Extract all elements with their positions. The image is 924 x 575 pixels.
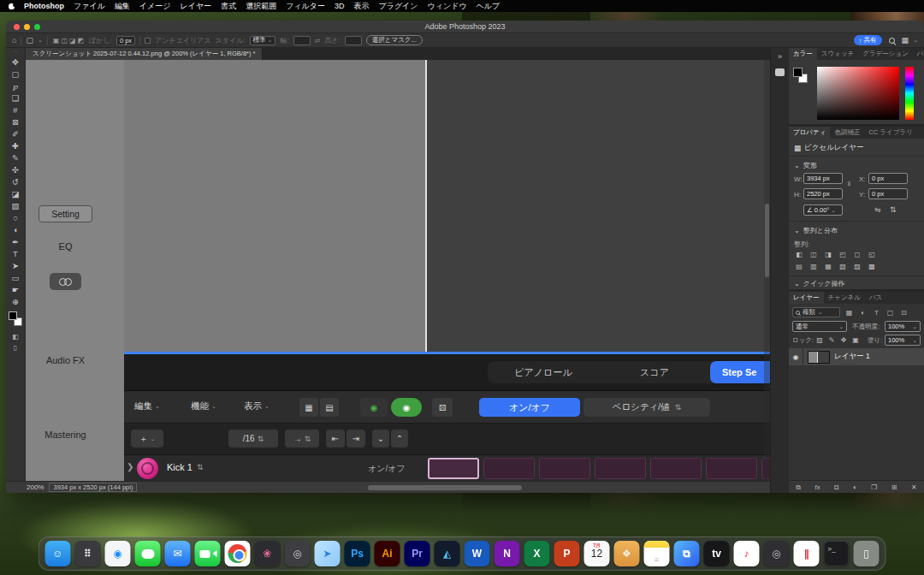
- step-cell-4[interactable]: [595, 458, 646, 479]
- dock-item-parallels[interactable]: ∥: [794, 541, 820, 566]
- zoom-window-button[interactable]: [34, 24, 40, 30]
- lock-transparency-icon[interactable]: ▨: [814, 335, 825, 345]
- layer-row[interactable]: ◉ レイヤー 1: [789, 348, 924, 365]
- flip-horizontal-icon[interactable]: ⇋: [874, 205, 881, 214]
- comments-panel-icon[interactable]: [775, 68, 785, 76]
- filter-adjustment-icon[interactable]: ◐: [857, 307, 868, 317]
- antialias-checkbox[interactable]: [145, 38, 151, 44]
- menu-item-ウィンドウ[interactable]: ウィンドウ: [428, 1, 467, 12]
- saturation-brightness-field[interactable]: [817, 67, 899, 120]
- foreground-color-swatch[interactable]: [9, 311, 17, 320]
- tab-カラー[interactable]: カラー: [789, 48, 817, 60]
- lasso-tool[interactable]: ℘: [6, 80, 25, 92]
- menu-item-レイヤー[interactable]: レイヤー: [180, 1, 211, 12]
- dock-item-word[interactable]: W: [465, 541, 490, 566]
- menu-item-プラグイン[interactable]: プラグイン: [378, 1, 418, 12]
- align-right-icon[interactable]: ◨: [822, 249, 834, 259]
- share-button[interactable]: ↑ 共有: [854, 35, 882, 45]
- new-selection-icon[interactable]: ▣: [53, 37, 60, 44]
- swap-dimensions-icon[interactable]: ⇄: [315, 37, 321, 44]
- tab-プロパティ[interactable]: プロパティ: [789, 127, 830, 139]
- menu-item-書式[interactable]: 書式: [221, 1, 236, 12]
- healing-brush-tool[interactable]: ✚: [6, 139, 25, 151]
- object-selection-tool[interactable]: ❏: [6, 92, 25, 104]
- link-layers-icon[interactable]: ⧉: [796, 481, 801, 494]
- dock-item-chrome[interactable]: [225, 541, 251, 566]
- dock-item-shortcuts[interactable]: ⧉: [674, 541, 700, 566]
- dock-item-onenote[interactable]: N: [495, 541, 520, 566]
- select-and-mask-button[interactable]: 選択とマスク...: [366, 35, 423, 45]
- dock-item-messages[interactable]: [135, 541, 161, 566]
- menu-item-ヘルプ[interactable]: ヘルプ: [477, 1, 500, 12]
- feather-input[interactable]: 0 px: [116, 36, 135, 45]
- menu-item-編集[interactable]: 編集: [115, 1, 130, 12]
- path-selection-tool[interactable]: ➤: [6, 259, 25, 271]
- tab-グラデーション[interactable]: グラデーション: [858, 48, 913, 60]
- zoom-level[interactable]: 200%: [27, 483, 44, 491]
- eraser-tool[interactable]: ◪: [6, 187, 25, 199]
- tool-preset-icon[interactable]: ▢: [26, 36, 33, 44]
- layer-filter-dropdown[interactable]: 種類 ⌄: [792, 307, 840, 317]
- dock-item-facetime[interactable]: [195, 541, 221, 566]
- apple-menu-icon[interactable]: [9, 3, 15, 9]
- menu-item-ファイル[interactable]: ファイル: [74, 1, 105, 12]
- horizontal-scrollbar-thumb[interactable]: [368, 485, 522, 490]
- distribute-1-icon[interactable]: ▤: [793, 261, 805, 271]
- tab-パス[interactable]: パス: [865, 292, 886, 304]
- type-tool[interactable]: T: [6, 247, 25, 259]
- document-info[interactable]: 3934 px x 2520 px (144 ppi): [49, 483, 137, 492]
- filter-smart-object-icon[interactable]: ⊡: [898, 307, 909, 317]
- subtract-selection-icon[interactable]: ◪: [69, 37, 76, 44]
- dock-item-trash[interactable]: ▯: [854, 541, 880, 566]
- chevron-down-icon[interactable]: ⌄: [38, 37, 43, 44]
- layer-effects-icon[interactable]: fx: [815, 481, 820, 494]
- dock-item-illustrator[interactable]: Ai: [375, 541, 400, 566]
- crop-tool[interactable]: #: [6, 104, 25, 116]
- canvas[interactable]: Setting EQ Audio FX Mastering ピアノロール スコア: [26, 60, 770, 481]
- align-center-h-icon[interactable]: ◫: [808, 249, 820, 259]
- step-cell-5[interactable]: [650, 458, 702, 479]
- align-top-icon[interactable]: ◰: [837, 249, 849, 259]
- intersect-selection-icon[interactable]: ◩: [78, 37, 85, 44]
- step-cell-2[interactable]: [483, 458, 535, 479]
- dock-item-powerpoint[interactable]: P: [554, 541, 580, 566]
- new-layer-icon[interactable]: ⊞: [891, 481, 897, 494]
- dock-item-finder[interactable]: ☺: [45, 541, 71, 566]
- toolbar-grip-icon[interactable]: ⋯: [6, 48, 25, 56]
- home-icon[interactable]: ⌂: [12, 36, 16, 44]
- transform-section-header[interactable]: ⌄ 変形: [794, 161, 817, 170]
- blur-tool[interactable]: ○: [6, 211, 25, 223]
- brush-tool[interactable]: ✎: [6, 151, 25, 163]
- layer-group-icon[interactable]: ❒: [871, 481, 877, 494]
- quick-actions-header[interactable]: ⌄ クイック操作: [794, 279, 844, 288]
- quick-mask-icon[interactable]: ◧: [6, 331, 25, 342]
- expand-panels-icon[interactable]: »: [778, 52, 782, 61]
- dock-item-calendar[interactable]: 7月12: [584, 541, 610, 566]
- align-bottom-icon[interactable]: ◱: [866, 249, 878, 259]
- menu-item-Photoshop[interactable]: Photoshop: [24, 2, 64, 10]
- height-value[interactable]: 2520 px: [803, 188, 843, 199]
- menu-item-表示[interactable]: 表示: [353, 1, 369, 12]
- filter-pixel-icon[interactable]: ▦: [844, 307, 855, 317]
- width-value[interactable]: 3934 px: [803, 173, 843, 184]
- tab-CC ライブラリ[interactable]: CC ライブラリ: [864, 127, 916, 139]
- lock-position-icon[interactable]: ✥: [838, 335, 849, 345]
- adjustment-layer-icon[interactable]: ◐: [853, 481, 857, 494]
- step-cell-1[interactable]: [428, 458, 479, 479]
- move-tool[interactable]: ✥: [6, 56, 25, 68]
- history-brush-tool[interactable]: ↺: [6, 175, 25, 187]
- hue-slider[interactable]: [905, 67, 914, 120]
- distribute-2-icon[interactable]: ▥: [808, 261, 820, 271]
- menu-item-フィルター[interactable]: フィルター: [286, 1, 325, 12]
- close-window-button[interactable]: [14, 24, 20, 30]
- clone-stamp-tool[interactable]: ✣: [6, 163, 25, 175]
- rotation-value[interactable]: ∠ 0.00° ⌄: [803, 205, 843, 216]
- distribute-4-icon[interactable]: ▧: [837, 261, 849, 271]
- frame-tool[interactable]: ⊠: [6, 116, 25, 127]
- dock-item-lens-app[interactable]: ◎: [764, 541, 790, 566]
- layer-mask-icon[interactable]: ◘: [834, 481, 838, 494]
- style-dropdown[interactable]: 標準 ⌄: [250, 36, 276, 45]
- step-cell-6[interactable]: [706, 458, 757, 479]
- tab-レイヤー[interactable]: レイヤー: [789, 292, 824, 304]
- menu-item-3D[interactable]: 3D: [335, 2, 345, 10]
